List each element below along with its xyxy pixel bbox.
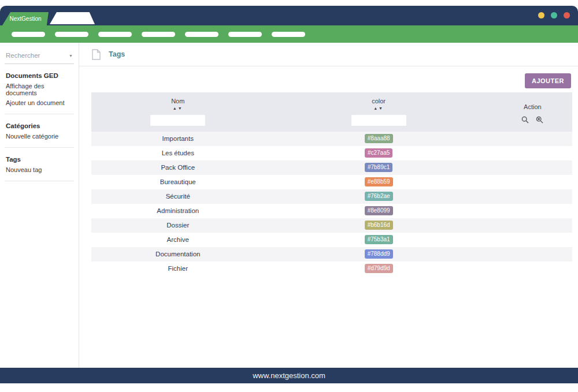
chevron-down-icon: ▼ [69, 54, 73, 58]
nav-pill[interactable] [228, 32, 262, 37]
nav-pill[interactable] [12, 32, 45, 37]
tag-name-cell: Bureautique [91, 175, 265, 189]
tag-color-badge: #8aaa88 [365, 134, 393, 143]
table-row: Importants#8aaa88 [91, 132, 572, 146]
sidebar-item[interactable]: Nouveau tag [5, 164, 74, 174]
sidebar-item[interactable]: Ajouter un document [5, 97, 74, 107]
tag-action-cell [493, 262, 572, 276]
add-button[interactable]: AJOUTER [525, 73, 571, 88]
tag-name-cell: Administration [91, 204, 265, 218]
page-title: Tags [109, 50, 125, 58]
search-icon[interactable] [521, 116, 529, 124]
tag-color-cell: #e88b59 [265, 175, 493, 189]
tag-color-badge: #7b89c1 [365, 163, 392, 172]
tag-color-cell: #c27aa5 [265, 146, 493, 160]
nav-pill[interactable] [185, 32, 218, 37]
table-row: Dossier#b6b16d [91, 218, 572, 233]
sidebar-item[interactable]: Nouvelle catégorie [5, 130, 74, 140]
tag-color-badge: #8e8099 [365, 206, 393, 215]
sidebar-section: CatégoriesNouvelle catégorie [5, 114, 74, 148]
column-header-action: Action [493, 92, 572, 111]
footer: www.nextgestion.com [0, 368, 578, 383]
main-content: Tags AJOUTER Nom ▲▼ color [79, 43, 578, 368]
tag-action-cell [493, 160, 572, 175]
sidebar-search-select[interactable]: Rechercher ▼ [5, 50, 74, 64]
tag-action-cell [493, 218, 572, 233]
sidebar-section: TagsNouveau tag [5, 148, 74, 181]
tag-color-cell: #d79d9d [265, 262, 493, 276]
column-header-nom: Nom ▲▼ [91, 92, 265, 111]
window-control-dot[interactable] [564, 12, 570, 18]
main-navbar [0, 25, 578, 43]
sidebar-item[interactable]: Affichage des documents [5, 80, 74, 97]
tag-color-badge: #76b2ae [365, 192, 393, 201]
tag-name-cell: Archive [91, 233, 265, 247]
tag-color-cell: #8e8099 [265, 204, 493, 218]
nav-pill[interactable] [98, 32, 132, 37]
tag-name-cell: Dossier [91, 218, 265, 233]
tag-color-cell: #75b3a1 [265, 233, 493, 247]
tag-color-badge: #e88b59 [365, 177, 393, 186]
app-window: NextGestion Rechercher ▼ Documents GEDAf… [0, 0, 578, 392]
toolbar: AJOUTER [79, 66, 578, 92]
tag-action-cell [493, 146, 572, 160]
nav-pill[interactable] [142, 32, 175, 37]
footer-url: www.nextgestion.com [253, 371, 325, 380]
column-label: color [265, 92, 493, 104]
tag-color-badge: #75b3a1 [365, 235, 393, 244]
window-controls [538, 12, 570, 18]
brand-tab: NextGestion [2, 12, 49, 25]
sort-arrows-icon[interactable]: ▲▼ [265, 104, 493, 111]
tag-color-badge: #b6b16d [365, 221, 393, 230]
tag-name-cell: Documentation [91, 247, 265, 262]
clear-search-icon[interactable] [536, 116, 543, 124]
tag-color-cell: #76b2ae [265, 189, 493, 204]
nom-filter-input[interactable] [150, 115, 205, 126]
tags-table: Nom ▲▼ color ▲▼ Action [91, 92, 572, 276]
tag-action-cell [493, 132, 572, 146]
table-header-row: Nom ▲▼ color ▲▼ Action [91, 92, 572, 111]
column-header-color: color ▲▼ [265, 92, 493, 111]
table-row: Administration#8e8099 [91, 204, 572, 218]
breadcrumb: Tags [79, 43, 578, 66]
tag-color-cell: #8aaa88 [265, 132, 493, 146]
sidebar-section-title: Documents GED [5, 72, 74, 80]
table-row: Archive#75b3a1 [91, 233, 572, 247]
tag-name-cell: Fichier [91, 262, 265, 276]
nav-pill[interactable] [55, 32, 88, 37]
tag-color-cell: #788dd9 [265, 247, 493, 262]
window-bottom-margin [0, 383, 578, 392]
column-label: Nom [91, 92, 265, 104]
browser-tab-blank [50, 12, 95, 24]
tags-table-wrap: Nom ▲▼ color ▲▼ Action [91, 92, 572, 276]
table-row: Sécurité#76b2ae [91, 189, 572, 204]
tag-name-cell: Pack Office [91, 160, 265, 175]
sidebar: Rechercher ▼ Documents GEDAffichage des … [0, 43, 79, 368]
sidebar-section: Documents GEDAffichage des documentsAjou… [5, 64, 74, 114]
window-top-margin [0, 0, 578, 6]
column-label: Action [493, 94, 572, 110]
table-filter-row [91, 111, 572, 132]
tag-name-cell: Importants [91, 132, 265, 146]
body: Rechercher ▼ Documents GEDAffichage des … [0, 43, 578, 368]
brand-label: NextGestion [9, 16, 41, 22]
table-row: Fichier#d79d9d [91, 262, 572, 276]
tag-color-cell: #7b89c1 [265, 160, 493, 175]
tag-color-cell: #b6b16d [265, 218, 493, 233]
sidebar-search-placeholder: Rechercher [6, 52, 40, 59]
tag-action-cell [493, 189, 572, 204]
window-control-dot[interactable] [538, 12, 544, 18]
tag-color-badge: #788dd9 [365, 249, 393, 259]
tag-color-badge: #d79d9d [365, 264, 393, 273]
tag-name-cell: Sécurité [91, 189, 265, 204]
document-icon [92, 49, 101, 60]
color-filter-input[interactable] [351, 115, 406, 126]
sort-arrows-icon[interactable]: ▲▼ [91, 104, 265, 111]
nav-pill[interactable] [272, 32, 305, 37]
window-control-dot[interactable] [551, 12, 557, 18]
tag-name-cell: Les études [91, 146, 265, 160]
table-row: Documentation#788dd9 [91, 247, 572, 262]
browser-titlebar: NextGestion [0, 6, 578, 25]
tag-action-cell [493, 204, 572, 218]
sidebar-sections: Documents GEDAffichage des documentsAjou… [5, 64, 74, 181]
